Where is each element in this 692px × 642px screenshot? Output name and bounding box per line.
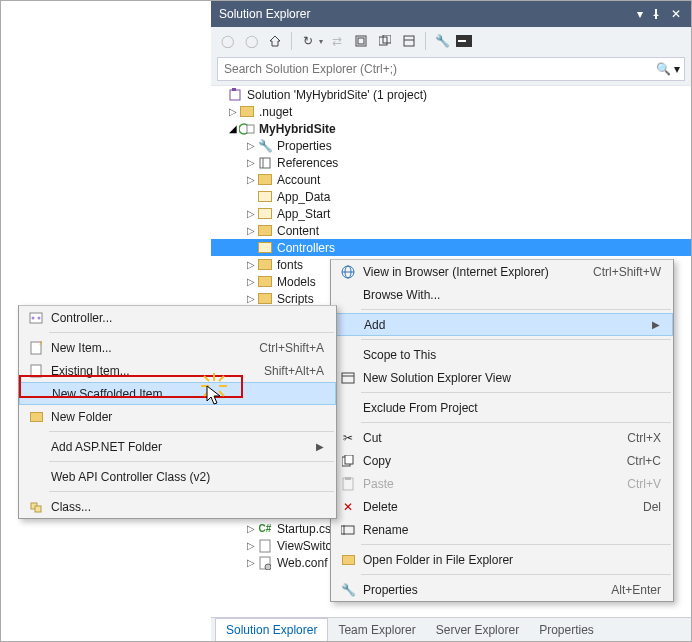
menu-class[interactable]: Class... — [19, 495, 336, 518]
back-icon[interactable]: ◯ — [217, 31, 237, 51]
menu-scope-to-this[interactable]: Scope to This — [331, 343, 673, 366]
menu-new-item[interactable]: ✶New Item...Ctrl+Shift+A — [19, 336, 336, 359]
submenu-arrow-icon: ▶ — [316, 441, 324, 452]
menu-open-folder[interactable]: Open Folder in File Explorer — [331, 548, 673, 571]
menu-add[interactable]: Add▶ — [331, 313, 673, 336]
properties-icon[interactable] — [399, 31, 419, 51]
search-bar[interactable]: 🔍▾ — [217, 57, 685, 81]
svg-rect-7 — [458, 40, 466, 42]
forward-icon[interactable]: ◯ — [241, 31, 261, 51]
properties-node[interactable]: ▷🔧Properties — [211, 137, 691, 154]
add-submenu: Controller... ✶New Item...Ctrl+Shift+A E… — [18, 305, 337, 519]
svg-rect-36 — [35, 506, 41, 512]
references-node[interactable]: ▷References — [211, 154, 691, 171]
controllers-node[interactable]: Controllers — [211, 239, 691, 256]
menu-new-view[interactable]: New Solution Explorer View — [331, 366, 673, 389]
solution-node[interactable]: Solution 'MyHybridSite' (1 project) — [211, 86, 691, 103]
content-node[interactable]: ▷Content — [211, 222, 691, 239]
menu-controller[interactable]: Controller... — [19, 306, 336, 329]
menu-new-scaffolded-item[interactable]: New Scaffolded Item... — [19, 382, 336, 405]
sync-icon[interactable]: ⇄ — [327, 31, 347, 51]
panel-title: Solution Explorer — [219, 7, 629, 21]
panel-titlebar: Solution Explorer ▾ ✕ — [211, 1, 691, 27]
menu-exclude[interactable]: Exclude From Project — [331, 396, 673, 419]
svg-rect-21 — [342, 373, 354, 383]
svg-rect-15 — [260, 540, 270, 552]
svg-rect-4 — [404, 36, 414, 46]
search-input[interactable] — [218, 62, 652, 76]
menu-properties[interactable]: 🔧PropertiesAlt+Enter — [331, 578, 673, 601]
svg-rect-34 — [31, 365, 41, 377]
toolbar: ◯ ◯ ↻▾ ⇄ 🔧 — [211, 27, 691, 55]
tab-solution-explorer[interactable]: Solution Explorer — [215, 618, 328, 641]
tab-properties[interactable]: Properties — [529, 619, 604, 641]
svg-rect-24 — [345, 455, 353, 464]
menu-delete[interactable]: ✕DeleteDel — [331, 495, 673, 518]
svg-point-30 — [32, 316, 35, 319]
nuget-node[interactable]: ▷.nuget — [211, 103, 691, 120]
menu-browse-with[interactable]: Browse With... — [331, 283, 673, 306]
dropdown-icon[interactable]: ▾ — [633, 7, 647, 21]
menu-view-in-browser[interactable]: View in Browser (Internet Explorer)Ctrl+… — [331, 260, 673, 283]
svg-rect-9 — [232, 88, 236, 91]
preview-icon[interactable] — [456, 35, 472, 47]
context-menu: View in Browser (Internet Explorer)Ctrl+… — [330, 259, 674, 602]
search-icon[interactable]: 🔍 — [652, 62, 674, 76]
svg-rect-11 — [247, 125, 254, 133]
svg-rect-27 — [341, 526, 354, 534]
panel-tabs: Solution Explorer Team Explorer Server E… — [211, 617, 691, 641]
tab-team-explorer[interactable]: Team Explorer — [328, 619, 425, 641]
menu-new-folder[interactable]: New Folder — [19, 405, 336, 428]
menu-paste: PasteCtrl+V — [331, 472, 673, 495]
menu-web-api-controller[interactable]: Web API Controller Class (v2) — [19, 465, 336, 488]
menu-rename[interactable]: Rename — [331, 518, 673, 541]
menu-cut[interactable]: ✂CutCtrl+X — [331, 426, 673, 449]
refresh-icon[interactable]: ↻ — [298, 31, 318, 51]
svg-point-17 — [265, 564, 271, 570]
menu-asp-net-folder[interactable]: Add ASP.NET Folder▶ — [19, 435, 336, 458]
appdata-node[interactable]: App_Data — [211, 188, 691, 205]
submenu-arrow-icon: ▶ — [652, 319, 660, 330]
close-icon[interactable]: ✕ — [669, 7, 683, 21]
menu-copy[interactable]: CopyCtrl+C — [331, 449, 673, 472]
svg-rect-26 — [345, 477, 351, 480]
wrench-icon[interactable]: 🔧 — [432, 31, 452, 51]
svg-rect-12 — [260, 158, 270, 168]
collapse-icon[interactable] — [351, 31, 371, 51]
account-node[interactable]: ▷Account — [211, 171, 691, 188]
svg-point-31 — [38, 316, 41, 319]
svg-rect-8 — [230, 90, 240, 100]
show-all-icon[interactable] — [375, 31, 395, 51]
svg-rect-1 — [358, 38, 364, 44]
tab-server-explorer[interactable]: Server Explorer — [426, 619, 529, 641]
svg-text:✶: ✶ — [38, 341, 42, 350]
home-icon[interactable] — [265, 31, 285, 51]
pin-icon[interactable] — [651, 9, 665, 19]
appstart-node[interactable]: ▷App_Start — [211, 205, 691, 222]
project-node[interactable]: ◢MyHybridSite — [211, 120, 691, 137]
menu-existing-item[interactable]: Existing Item...Shift+Alt+A — [19, 359, 336, 382]
